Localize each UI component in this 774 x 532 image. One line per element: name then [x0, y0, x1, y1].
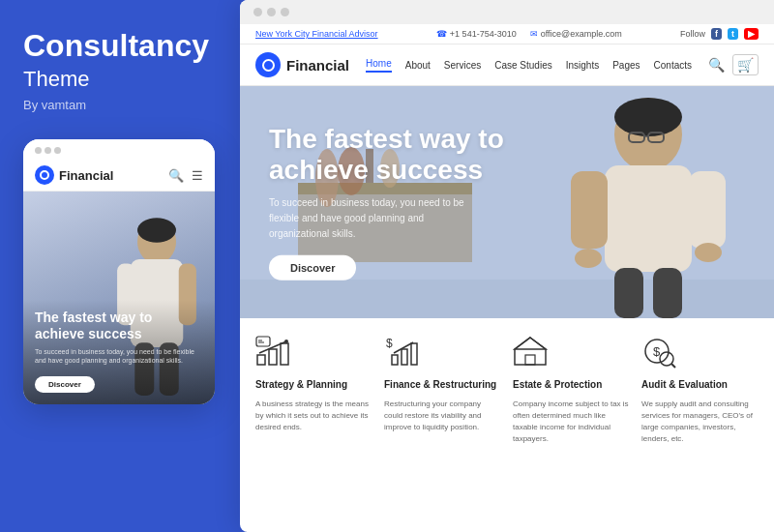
mobile-logo-circle: [35, 165, 54, 185]
svg-rect-43: [525, 355, 535, 365]
desktop-logo: Financial: [255, 52, 349, 77]
service-card-strategy: Strategy & Planning A business strategy …: [255, 334, 372, 445]
svg-rect-38: [402, 349, 407, 365]
hero-text-block: The fastest way to achieve success To su…: [269, 124, 598, 281]
svg-rect-33: [256, 337, 270, 346]
svg-rect-30: [281, 343, 288, 365]
mobile-dot-1: [35, 147, 42, 154]
desktop-nav: Financial Home About Services Case Studi…: [240, 44, 774, 86]
phone-icon: ☎: [436, 29, 447, 39]
service-desc-estate: Company income subject to tax is often d…: [513, 399, 630, 445]
audit-icon: $: [641, 334, 676, 369]
mobile-logo: Financial: [35, 165, 113, 185]
theme-subtitle: Theme: [23, 67, 217, 92]
desktop-dot-2: [267, 8, 276, 16]
mobile-dot-3: [54, 147, 61, 154]
nav-services[interactable]: Services: [444, 60, 481, 71]
hero-title: The fastest way to achieve success: [269, 124, 598, 186]
svg-rect-29: [269, 349, 277, 365]
service-title-finance: Finance & Restructuring: [384, 379, 501, 390]
mobile-search-icon[interactable]: 🔍: [168, 168, 184, 183]
svg-marker-41: [515, 338, 546, 365]
info-phone: ☎ +1 541-754-3010: [436, 29, 517, 39]
theme-title: Consultancy: [23, 29, 217, 63]
mobile-logo-inner: [40, 170, 49, 180]
svg-marker-42: [515, 338, 546, 349]
service-card-estate: Estate & Protection Company income subje…: [513, 334, 630, 445]
service-desc-strategy: A business strategy is the means by whic…: [255, 399, 372, 433]
service-desc-audit: We supply audit and consulting services …: [641, 399, 759, 445]
nav-contacts[interactable]: Contacts: [654, 60, 692, 71]
finance-icon: $: [384, 334, 419, 369]
desktop-info-bar: New York City Financial Advisor ☎ +1 541…: [240, 24, 774, 44]
mobile-logo-text: Financial: [59, 168, 113, 183]
svg-rect-21: [605, 165, 692, 272]
nav-pages[interactable]: Pages: [612, 60, 640, 71]
service-title-audit: Audit & Evaluation: [641, 379, 759, 390]
mobile-menu-icon[interactable]: ☰: [192, 168, 203, 183]
desktop-panel: New York City Financial Advisor ☎ +1 541…: [240, 0, 774, 532]
desktop-hero: The fastest way to achieve success To su…: [240, 86, 774, 318]
nav-about[interactable]: About: [405, 60, 431, 71]
desktop-dot-3: [281, 8, 289, 16]
service-desc-finance: Restructuring your company could restore…: [384, 399, 501, 433]
email-address: office@example.com: [541, 29, 622, 39]
mobile-mockup: Financial 🔍 ☰ The fastest wa: [23, 139, 215, 404]
svg-line-31: [259, 341, 286, 353]
mobile-hero-title: The fastest way to achieve success: [35, 310, 203, 342]
twitter-icon[interactable]: t: [728, 28, 738, 40]
service-card-finance: $ Finance & Restructuring Restructuring …: [384, 334, 501, 445]
desktop-logo-inner: [262, 59, 275, 72]
info-bar-right: Follow f t ▶: [680, 28, 759, 40]
facebook-icon[interactable]: f: [711, 28, 722, 40]
desktop-top-dots: [240, 0, 774, 24]
email-icon: ✉: [530, 29, 538, 39]
mobile-nav-icons: 🔍 ☰: [168, 168, 203, 183]
info-bar-center: ☎ +1 541-754-3010 ✉ office@example.com: [436, 29, 622, 39]
service-title-estate: Estate & Protection: [513, 379, 630, 390]
theme-by: By vamtam: [23, 98, 217, 112]
desktop-search-icon[interactable]: 🔍: [708, 57, 725, 73]
nav-home[interactable]: Home: [366, 58, 392, 73]
svg-rect-28: [257, 355, 265, 365]
nav-case-studies[interactable]: Case Studies: [494, 60, 551, 71]
nav-insights[interactable]: Insights: [566, 60, 599, 71]
svg-point-17: [614, 98, 682, 136]
svg-point-25: [695, 243, 722, 262]
mobile-hero-sub: To succeed in business today, you need t…: [35, 347, 203, 367]
mobile-nav: Financial 🔍 ☰: [23, 160, 215, 192]
mobile-discover-button[interactable]: Discover: [35, 376, 95, 393]
estate-icon: [513, 334, 548, 369]
svg-rect-23: [689, 171, 726, 249]
follow-label: Follow: [680, 29, 705, 39]
mobile-top-bar: [23, 139, 215, 160]
svg-line-47: [671, 364, 675, 368]
hero-discover-button[interactable]: Discover: [269, 255, 356, 281]
desktop-dot-1: [253, 8, 262, 16]
svg-rect-37: [392, 355, 398, 365]
info-location: New York City Financial Advisor: [255, 29, 378, 39]
strategy-icon: [255, 334, 290, 369]
svg-point-32: [284, 340, 288, 343]
hero-subtitle: To succeed in business today, you need t…: [269, 195, 482, 242]
desktop-nav-links: Home About Services Case Studies Insight…: [366, 58, 692, 73]
service-title-strategy: Strategy & Planning: [255, 379, 372, 390]
info-email: ✉ office@example.com: [530, 29, 622, 39]
svg-line-40: [394, 342, 413, 353]
svg-rect-27: [653, 268, 682, 318]
mobile-dot-2: [45, 147, 51, 154]
svg-text:$: $: [386, 337, 393, 350]
svg-point-6: [137, 218, 176, 242]
svg-rect-26: [614, 268, 643, 318]
desktop-cart-icon[interactable]: 🛒: [732, 54, 759, 75]
desktop-nav-icons: 🔍 🛒: [708, 54, 759, 75]
desktop-logo-text: Financial: [286, 57, 349, 74]
mobile-hero-overlay: The fastest way to achieve success To su…: [23, 300, 215, 404]
mobile-hero: The fastest way to achieve success To su…: [23, 192, 215, 404]
svg-rect-39: [411, 343, 417, 365]
desktop-logo-circle: [255, 52, 281, 77]
youtube-icon[interactable]: ▶: [744, 28, 759, 40]
left-panel: Consultancy Theme By vamtam Financial 🔍 …: [0, 0, 240, 532]
service-card-audit: $ Audit & Evaluation We supply audit and…: [641, 334, 759, 445]
phone-number: +1 541-754-3010: [450, 29, 517, 39]
